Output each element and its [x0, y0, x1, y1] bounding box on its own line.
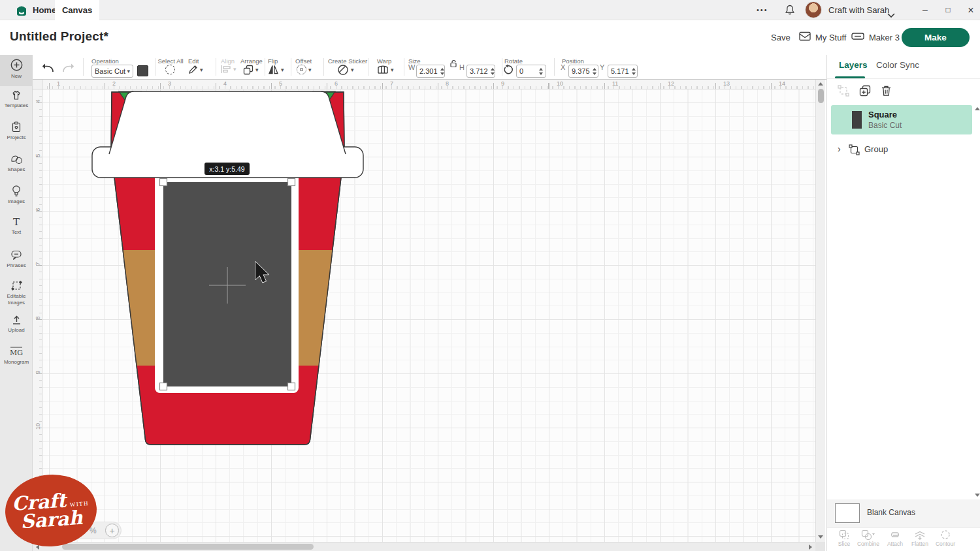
canvas-vertical-scrollbar[interactable]	[815, 80, 825, 542]
group-expand-icon[interactable]: ›	[838, 144, 841, 154]
notifications-bell-icon[interactable]	[784, 4, 796, 19]
ruler-number: 2	[112, 80, 122, 87]
sidebar-item-text[interactable]: T Text	[0, 217, 33, 236]
select-all-button[interactable]	[165, 65, 175, 77]
canvas-horizontal-scrollbar[interactable]	[33, 542, 815, 551]
sidebar-label: Editable Images	[2, 293, 31, 306]
make-label: Make	[924, 33, 947, 42]
canvas-artwork[interactable]	[42, 89, 815, 542]
blank-canvas-row[interactable]: Blank Canvas	[827, 499, 980, 527]
active-tab-underline	[835, 76, 865, 78]
slice-label: Slice	[838, 541, 850, 547]
sidebar-item-new[interactable]: New	[0, 59, 33, 80]
ruler-number: 4	[35, 97, 41, 106]
y-value: 5.171	[608, 67, 632, 75]
sidebar-label: Monogram	[4, 359, 29, 366]
contour-label: Contour	[936, 541, 955, 547]
tab-layers[interactable]: Layers	[839, 60, 868, 70]
align-icon	[221, 65, 231, 74]
window-close-button[interactable]: ×	[964, 0, 977, 20]
account-name[interactable]: Craft with Sarah	[828, 0, 889, 20]
panel-scroll-down-icon[interactable]	[975, 494, 980, 497]
flatten-label: Flatten	[911, 541, 928, 547]
make-button[interactable]: Make	[902, 28, 970, 47]
selection-handle-top-left[interactable]	[160, 179, 167, 186]
layer-row-group[interactable]: › Group	[827, 141, 980, 159]
edit-button[interactable]: ▾	[188, 65, 203, 74]
x-input[interactable]: 9.375	[568, 65, 598, 78]
delete-button[interactable]	[881, 85, 892, 99]
avatar[interactable]	[805, 1, 822, 18]
sidebar-item-phrases[interactable]: Phrases	[0, 249, 33, 269]
rotate-stepper[interactable]	[538, 68, 546, 75]
account-chevron-down-icon[interactable]	[887, 8, 895, 20]
undo-button[interactable]	[42, 63, 55, 76]
y-stepper[interactable]	[632, 68, 637, 75]
sidebar-item-shapes[interactable]: Shapes	[0, 153, 33, 173]
x-value: 9.375	[569, 67, 593, 75]
height-input[interactable]: 3.712	[466, 65, 495, 78]
sidebar-item-projects[interactable]: Projects	[0, 121, 33, 141]
operation-select[interactable]: Basic Cut ▾	[91, 65, 133, 78]
height-stepper[interactable]	[491, 68, 496, 75]
x-stepper[interactable]	[593, 68, 598, 75]
rotate-input[interactable]: 0	[516, 65, 546, 78]
overflow-menu-icon[interactable]: •••	[757, 0, 768, 20]
sidebar-item-upload[interactable]: Upload	[0, 315, 33, 334]
arrange-button[interactable]: ▾	[243, 65, 259, 75]
layer-row-square[interactable]: Square Basic Cut	[831, 105, 972, 134]
tab-color-sync[interactable]: Color Sync	[876, 60, 919, 70]
ruler-corner	[33, 80, 42, 89]
duplicate-button[interactable]	[859, 85, 871, 99]
selection-handle-bottom-right[interactable]	[288, 383, 295, 390]
arrange-label: Arrange	[240, 57, 263, 65]
layer-operation: Basic Cut	[868, 121, 902, 130]
warp-button[interactable]: ▾	[377, 65, 394, 74]
scroll-down-icon[interactable]	[818, 535, 823, 539]
home-tab-label[interactable]: Home	[33, 0, 56, 20]
scroll-up-icon[interactable]	[818, 82, 823, 86]
sidebar-item-images[interactable]: Images	[0, 185, 33, 205]
panel-scroll-up-icon[interactable]	[975, 107, 980, 110]
group-button	[838, 85, 849, 99]
width-input[interactable]: 2.301	[416, 65, 445, 78]
sticker-icon	[337, 64, 349, 76]
ruler-number: 3	[168, 80, 177, 87]
offset-button[interactable]: ▾	[297, 65, 312, 74]
vertical-scroll-thumb[interactable]	[818, 89, 824, 103]
scroll-right-icon[interactable]	[809, 544, 812, 550]
save-button[interactable]: Save	[771, 27, 791, 47]
width-stepper[interactable]	[440, 68, 446, 75]
monogram-icon: MG	[9, 347, 24, 357]
selection-handle-top-right[interactable]	[288, 179, 295, 186]
y-label: Y	[600, 63, 604, 71]
flip-button[interactable]: ▾	[268, 65, 284, 74]
window-minimize-button[interactable]: –	[919, 0, 932, 20]
operation-caret-icon: ▾	[127, 68, 130, 74]
window-maximize-button[interactable]: □	[941, 0, 955, 20]
create-sticker-button[interactable]: ▾	[337, 64, 354, 76]
align-label: Align	[221, 57, 235, 65]
offset-caret-icon: ▾	[308, 67, 312, 73]
my-stuff-label: My Stuff	[815, 33, 846, 42]
plus-circle-icon	[10, 59, 23, 71]
lightbulb-icon	[11, 185, 22, 197]
tab-canvas[interactable]: Canvas	[55, 0, 99, 20]
select-all-icon	[165, 65, 175, 74]
edit-caret-icon: ▾	[200, 67, 203, 73]
sidebar-item-editable-images[interactable]: Editable Images	[0, 280, 33, 306]
zoom-in-button[interactable]: +	[105, 524, 119, 537]
machine-selector[interactable]: Maker 3	[851, 27, 900, 47]
selection-handle-bottom-left[interactable]	[160, 383, 167, 390]
redo-button[interactable]	[61, 63, 74, 76]
ruler-number: 5	[279, 80, 288, 87]
layers-panel: Layers Color Sync Square Basic Cut › Gro…	[826, 55, 980, 551]
y-input[interactable]: 5.171	[608, 65, 638, 78]
sidebar-item-monogram[interactable]: MG Monogram	[0, 347, 33, 366]
sidebar-item-templates[interactable]: Templates	[0, 90, 33, 109]
flip-label: Flip	[268, 57, 278, 65]
my-stuff-button[interactable]: My Stuff	[799, 27, 846, 47]
size-lock-icon[interactable]	[449, 59, 458, 71]
operation-color-swatch[interactable]	[137, 65, 148, 76]
horizontal-scroll-thumb[interactable]	[62, 544, 314, 550]
